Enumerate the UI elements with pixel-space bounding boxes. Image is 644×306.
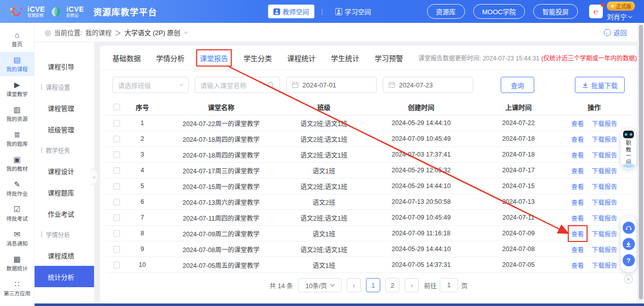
bottom-accent-bar (35, 303, 644, 306)
rail-item-10[interactable]: ▦ 数据统计 (0, 251, 34, 276)
menu-item-7[interactable]: 课程题库 (35, 181, 94, 203)
tab-7[interactable]: 学习预警 (375, 53, 403, 63)
customer-service-button[interactable] (623, 222, 635, 234)
rail-item-7[interactable]: ✎ 待批作业 (0, 176, 34, 201)
rail-item-3[interactable]: ▶ 课堂教学 (0, 77, 34, 101)
breadcrumb-parent[interactable]: 我的课程 (85, 27, 112, 37)
view-link[interactable]: 查看 (571, 260, 584, 270)
row-checkbox[interactable] (113, 262, 120, 268)
menu-item-1[interactable]: 课程引导 (35, 55, 94, 77)
view-link[interactable]: 查看 (571, 197, 584, 207)
download-report-link[interactable]: 下载报告 (592, 229, 617, 238)
download-report-link[interactable]: 下载报告 (592, 244, 617, 254)
mooc-academy-button[interactable]: MOOC学院 (473, 4, 525, 19)
ai-assistant-widget[interactable]: 职教一问 (621, 128, 636, 169)
menu-item-11[interactable]: 统计分析 (35, 266, 94, 287)
row-checkbox[interactable] (113, 151, 120, 158)
download-report-link[interactable]: 下载报告 (592, 260, 617, 270)
row-checkbox[interactable] (113, 120, 120, 127)
user-menu[interactable]: 刘肖宁 (607, 12, 632, 21)
rail-item-2[interactable]: ▤ 我的课程 (0, 52, 34, 76)
report-tabs: 基础数据学情分析课堂报告学生分类课程统计学生统计学习预警 课堂报告数据更新时间:… (100, 46, 637, 70)
course-switch-chevron-icon[interactable] (183, 29, 188, 34)
menu-item-4[interactable]: 班级管理 (35, 118, 94, 140)
table-row: 10 2024-07-05周五的课堂教学 语文1班 2024-07-05 14:… (105, 257, 632, 273)
table-row: 6 2024-07-13周六的课堂教学 语文2班 2024-07-13 20:5… (105, 194, 632, 210)
row-checkbox[interactable] (113, 167, 120, 174)
view-link[interactable]: 查看 (571, 118, 584, 128)
teacher-space-button[interactable]: 教师空间 (268, 5, 314, 18)
rail-item-5[interactable]: ≣ 我的题库 (0, 127, 34, 151)
scrollbar-track[interactable] (637, 23, 644, 306)
download-report-link[interactable]: 下载报告 (592, 150, 617, 160)
tab-4[interactable]: 学生分类 (243, 53, 272, 63)
download-report-link[interactable]: 下载报告 (592, 118, 617, 128)
view-link[interactable]: 查看 (571, 181, 584, 191)
back-button[interactable]: ← 返回 (604, 27, 627, 37)
view-link[interactable]: 查看 (571, 166, 584, 175)
tab-1[interactable]: 基础数据 (112, 53, 141, 63)
page-size-select[interactable]: 10条/页 (298, 278, 342, 292)
class-name-search-input[interactable]: 请输入课堂名称 (195, 77, 280, 93)
download-report-link[interactable]: 下载报告 (592, 197, 617, 207)
tab-2[interactable]: 学情分析 (156, 53, 185, 63)
download-report-link[interactable]: 下载报告 (592, 181, 617, 191)
goto-page-input[interactable] (440, 278, 458, 292)
rail-item-11[interactable]: ∷ 第三方应用 (0, 276, 34, 300)
page-button-2[interactable]: 2 (385, 278, 400, 292)
view-link[interactable]: 查看 (571, 134, 584, 144)
view-link[interactable]: 查看 (571, 244, 584, 254)
menu-item-3[interactable]: 课程管理 (35, 97, 94, 118)
download-report-link[interactable]: 下载报告 (592, 213, 617, 223)
my-courses-icon: ▤ (13, 56, 20, 64)
view-link[interactable]: 查看 (571, 213, 584, 223)
select-all-checkbox[interactable] (113, 104, 120, 110)
learning-space-button[interactable]: 学习空间 (330, 5, 376, 18)
tab-6[interactable]: 学生统计 (331, 53, 359, 63)
rail-item-1[interactable]: ⌂ 首页 (0, 27, 34, 51)
resource-library-button[interactable]: 资源库 (427, 4, 465, 19)
date-start-picker[interactable]: 2024-07-01 (286, 77, 377, 93)
row-checkbox[interactable] (113, 215, 120, 221)
table-row: 9 2024-07-08周一的课堂教学 语文2班;语文1班 2024-05-29… (105, 241, 632, 257)
row-checkbox[interactable] (113, 136, 120, 142)
rail-item-6[interactable]: ▣ 我的教材 (0, 151, 34, 176)
menu-item-6[interactable]: 课程设计 (35, 160, 94, 181)
download-report-link[interactable]: 下载报告 (592, 134, 617, 144)
sidebar-collapse-handle[interactable]: « (90, 168, 98, 186)
col-header-name: 课堂名称 (157, 102, 286, 112)
select-chevron-icon (179, 82, 183, 86)
batch-download-button[interactable]: 批量下载 (575, 77, 625, 93)
view-link[interactable]: 查看 (571, 150, 584, 160)
smart-casting-button[interactable]: 智能投屏 (533, 4, 578, 19)
download-center-button[interactable] (623, 238, 635, 250)
textbook-icon: ▣ (13, 156, 20, 163)
tab-5[interactable]: 课程统计 (287, 53, 316, 63)
breadcrumb-current[interactable]: 大学语文 (2P) 原创 (125, 27, 180, 37)
row-checkbox[interactable] (113, 183, 120, 190)
toolbar-close-button[interactable]: ✕ (624, 275, 633, 284)
row-checkbox[interactable] (113, 230, 120, 237)
user-avatar[interactable]: ℮ (589, 5, 603, 18)
download-icon (582, 82, 589, 88)
help-button[interactable]: ? (623, 254, 635, 266)
col-header-index: 序号 (128, 102, 156, 112)
next-page-button[interactable]: › (405, 278, 419, 292)
menu-item-10[interactable]: 课程成绩 (35, 244, 94, 266)
rail-item-9[interactable]: ✉ 消息通知 (0, 226, 34, 251)
rail-item-4[interactable]: ▥ 我的资源 (0, 102, 34, 126)
class-select[interactable]: 请选择班级 (112, 77, 189, 93)
row-checkbox[interactable] (113, 246, 120, 253)
view-link[interactable]: 查看 (571, 229, 584, 238)
row-checkbox[interactable] (113, 199, 120, 205)
tab-3[interactable]: 课堂报告 (200, 53, 228, 63)
menu-item-8[interactable]: 作业考试 (35, 203, 94, 224)
query-button[interactable]: 查询 (501, 77, 534, 93)
rail-item-8[interactable]: ☑ 待批考试 (0, 201, 34, 226)
date-end-picker[interactable]: 2024-07-23 (383, 77, 473, 93)
scrollbar-thumb[interactable] (639, 25, 643, 299)
prev-page-button[interactable]: ‹ (347, 278, 361, 292)
page-button-1[interactable]: 1 (366, 278, 380, 292)
download-report-link[interactable]: 下载报告 (592, 166, 617, 175)
table-row: 1 2024-07-22周一的课堂教学 语文2班;语文1班 2024-05-29… (105, 115, 632, 131)
